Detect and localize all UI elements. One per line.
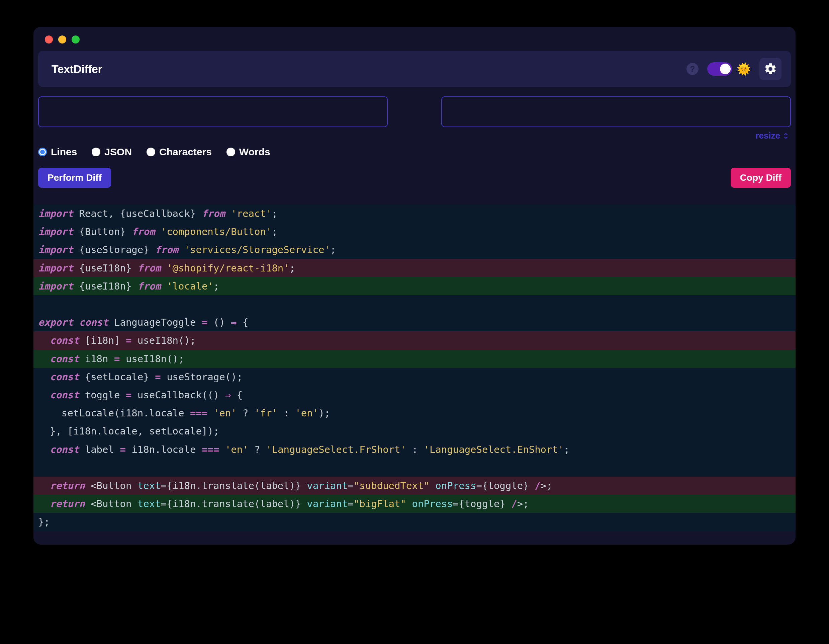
mode-words[interactable]: Words — [227, 146, 270, 158]
app-window: TextDiffer ? 🌞 resize Lines — [33, 27, 796, 545]
theme-toggle[interactable] — [707, 62, 732, 76]
left-input[interactable] — [38, 96, 388, 127]
settings-button[interactable] — [760, 58, 782, 80]
diff-row-unchanged: const {setLocale} = useStorage(); — [33, 368, 796, 386]
resize-icon — [782, 132, 790, 140]
diff-row-unchanged: const label = i18n.locale === 'en' ? 'La… — [33, 440, 796, 459]
header-actions: ? 🌞 — [687, 58, 782, 80]
resize-control[interactable]: resize — [33, 127, 796, 141]
header: TextDiffer ? 🌞 — [38, 51, 791, 87]
help-icon[interactable]: ? — [687, 63, 698, 75]
maximize-icon[interactable] — [72, 35, 80, 44]
radio-icon — [227, 148, 235, 156]
mode-label: Lines — [51, 146, 77, 158]
diff-row-removed: const [i18n] = useI18n(); — [33, 331, 796, 349]
diff-row-removed: import {useI18n} from '@shopify/react-i1… — [33, 259, 796, 277]
toggle-knob — [720, 63, 731, 74]
diff-row-unchanged: setLocale(i18n.locale === 'en' ? 'fr' : … — [33, 404, 796, 422]
mode-label: JSON — [104, 146, 132, 158]
close-icon[interactable] — [45, 35, 53, 44]
mode-json[interactable]: JSON — [91, 146, 132, 158]
radio-icon — [147, 148, 155, 156]
diff-row-unchanged: }, [i18n.locale, setLocale]); — [33, 422, 796, 440]
mode-characters[interactable]: Characters — [147, 146, 212, 158]
diff-row-unchanged: const toggle = useCallback(() ⇒ { — [33, 386, 796, 404]
minimize-icon[interactable] — [58, 35, 66, 44]
diff-row-removed: return <Button text={i18n.translate(labe… — [33, 477, 796, 495]
input-row — [33, 87, 796, 127]
diff-output: import React, {useCallback} from 'react'… — [33, 205, 796, 531]
diff-row-added: const i18n = useI18n(); — [33, 350, 796, 368]
diff-row-unchanged: import React, {useCallback} from 'react'… — [33, 205, 796, 223]
resize-label: resize — [755, 131, 780, 141]
gear-icon — [764, 62, 777, 76]
copy-diff-button[interactable]: Copy Diff — [731, 168, 791, 188]
window-controls — [33, 35, 796, 51]
diff-row-unchanged: import {Button} from 'components/Button'… — [33, 223, 796, 241]
mode-label: Words — [239, 146, 270, 158]
app-title: TextDiffer — [52, 63, 102, 76]
action-row: Perform Diff Copy Diff — [33, 158, 796, 188]
mode-radios: Lines JSON Characters Words — [33, 141, 796, 158]
theme-toggle-group: 🌞 — [707, 62, 751, 76]
right-input[interactable] — [441, 96, 791, 127]
sun-icon: 🌞 — [737, 63, 751, 75]
diff-row-unchanged: import {useStorage} from 'services/Stora… — [33, 241, 796, 259]
radio-icon — [38, 148, 47, 156]
diff-row-empty — [33, 295, 796, 313]
diff-row-unchanged: }; — [33, 513, 796, 531]
diff-row-added: import {useI18n} from 'locale'; — [33, 277, 796, 295]
diff-row-unchanged: export const LanguageToggle = () ⇒ { — [33, 313, 796, 331]
diff-row-empty — [33, 459, 796, 477]
perform-diff-button[interactable]: Perform Diff — [38, 168, 111, 188]
radio-icon — [91, 148, 100, 156]
mode-lines[interactable]: Lines — [38, 146, 77, 158]
diff-row-added: return <Button text={i18n.translate(labe… — [33, 495, 796, 513]
mode-label: Characters — [159, 146, 212, 158]
